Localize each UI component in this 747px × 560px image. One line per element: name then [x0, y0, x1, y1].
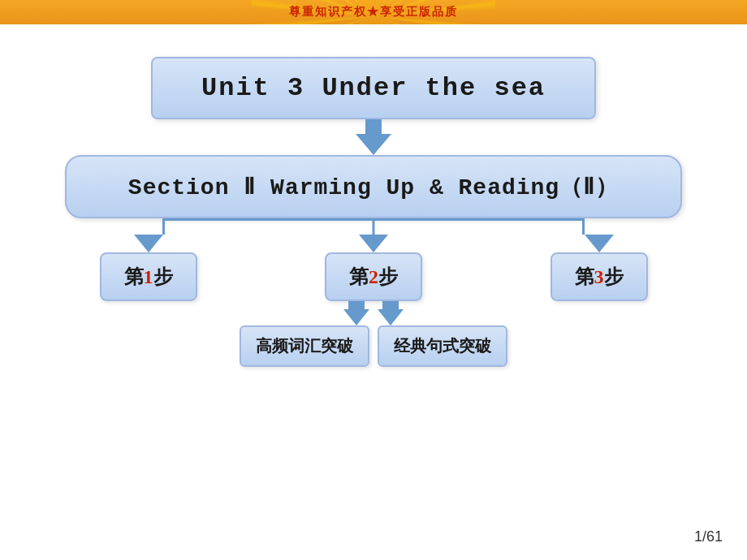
col-step-2: 第2步 高频词汇突破 经典句式突破 [240, 235, 507, 367]
main-content: Unit 3 Under the sea Section Ⅱ Warming U… [0, 24, 747, 560]
arrow-step-3 [585, 235, 614, 252]
arrow-head-step-2 [359, 235, 388, 252]
step-3-box: 第3步 [551, 252, 648, 301]
step-2-box: 第2步 [325, 252, 422, 301]
sub-box-sentence: 经典句式突破 [378, 325, 507, 367]
sub-box-vocab: 高频词汇突破 [240, 325, 369, 367]
sub-arrow-right [378, 301, 404, 325]
section-box: Section Ⅱ Warming Up & Reading（Ⅱ） [65, 155, 682, 218]
v-line-1 [365, 119, 382, 134]
sub-arrow-head-left [343, 309, 369, 325]
unit-box: Unit 3 Under the sea [151, 57, 596, 119]
arrow-step-1 [134, 235, 163, 252]
three-columns: 第1步 第2步 高 [57, 235, 690, 367]
branch-line-center [373, 218, 375, 235]
sub-arrow-head-right [378, 309, 404, 325]
branch-line-area [81, 218, 666, 235]
sub-boxes: 高频词汇突破 经典句式突破 [240, 325, 507, 367]
col-step-1: 第1步 [57, 235, 240, 301]
branch-line-right [582, 218, 585, 235]
arrow-head-step-3 [585, 235, 614, 252]
arrow-head-step-1 [134, 235, 163, 252]
step-1-box: 第1步 [100, 252, 197, 301]
sub-v-line-right [382, 301, 399, 309]
header-text: 尊重知识产权★享受正版品质 [289, 5, 458, 19]
arrow-head-1 [356, 134, 391, 155]
arrow-step-2 [359, 235, 388, 252]
page-number: 1/61 [694, 528, 723, 545]
branch-line-left [162, 218, 165, 235]
step-3-num: 3 [594, 266, 604, 287]
col-step-3: 第3步 [507, 235, 690, 301]
step-1-num: 1 [144, 266, 153, 287]
step-2-num: 2 [369, 266, 378, 287]
sub-v-line-left [348, 301, 365, 309]
sub-arrow-left [343, 301, 369, 325]
header-bar: 尊重知识产权★享受正版品质 [0, 0, 747, 24]
step-2-sub-arrows [343, 301, 404, 325]
unit-to-section-arrow [356, 119, 391, 155]
